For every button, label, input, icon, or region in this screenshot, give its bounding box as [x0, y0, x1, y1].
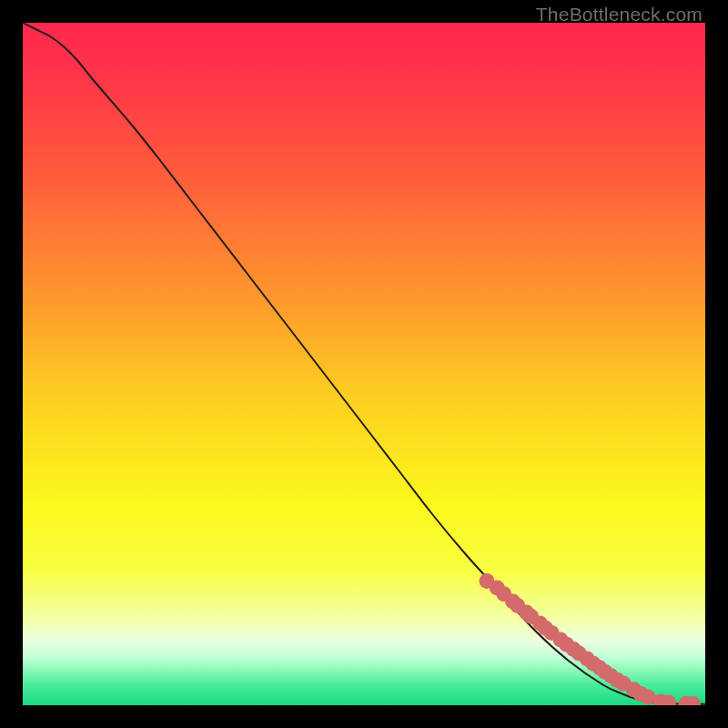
curve-layer	[23, 23, 705, 705]
points-group	[480, 573, 702, 705]
plot-area	[23, 23, 705, 705]
chart-frame: TheBottleneck.com	[0, 0, 728, 728]
bottleneck-curve	[23, 23, 705, 704]
watermark-label: TheBottleneck.com	[536, 4, 703, 25]
